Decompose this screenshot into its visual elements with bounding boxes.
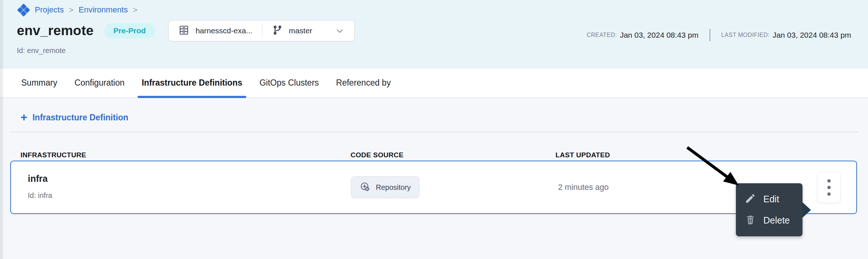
chevron-down-icon[interactable] bbox=[335, 26, 345, 36]
branch-selector[interactable]: master bbox=[262, 20, 354, 41]
context-menu-tail bbox=[802, 202, 811, 218]
plus-icon: + bbox=[20, 111, 27, 123]
tab-label: Infrastructure Definitions bbox=[142, 78, 242, 88]
repository-drawers-icon bbox=[178, 25, 190, 37]
branch-name: master bbox=[289, 26, 312, 35]
row-options-button[interactable] bbox=[817, 172, 841, 203]
menu-item-delete[interactable]: Delete bbox=[736, 213, 802, 229]
page-title: env_remote bbox=[17, 23, 94, 38]
menu-item-label: Delete bbox=[763, 215, 790, 226]
toolbar-row: + Infrastructure Definition bbox=[0, 98, 868, 123]
menu-item-label: Edit bbox=[763, 194, 779, 204]
left-edge-strip bbox=[0, 0, 3, 259]
add-infrastructure-definition-button[interactable]: + Infrastructure Definition bbox=[20, 112, 128, 123]
pencil-icon bbox=[745, 193, 756, 206]
kebab-vertical-icon bbox=[827, 179, 831, 183]
last-updated-cell: 2 minutes ago bbox=[558, 161, 609, 213]
breadcrumb: Projects > Environments > bbox=[17, 0, 868, 15]
table-row[interactable]: infra Id: infra bbox=[10, 161, 857, 214]
created-label: CREATED: bbox=[587, 32, 617, 38]
tab-referenced-by[interactable]: Referenced by bbox=[336, 68, 391, 97]
last-modified-label: LAST MODIFIED: bbox=[721, 32, 770, 38]
last-modified-value: Jan 03, 2024 08:43 pm bbox=[772, 31, 851, 40]
page-header: Projects > Environments > env_remote Pre… bbox=[0, 0, 868, 68]
infrastructure-name-cell: infra Id: infra bbox=[28, 173, 52, 200]
breadcrumb-separator: > bbox=[132, 5, 138, 14]
git-context-selector[interactable]: harnesscd-exa... master bbox=[168, 20, 355, 41]
column-header-infrastructure: INFRASTRUCTURE bbox=[20, 151, 86, 159]
breadcrumb-projects[interactable]: Projects bbox=[35, 5, 64, 15]
trash-icon bbox=[745, 214, 756, 227]
tab-bar: Summary Configuration Infrastructure Def… bbox=[0, 68, 868, 98]
tab-summary[interactable]: Summary bbox=[21, 68, 57, 97]
breadcrumb-environments[interactable]: Environments bbox=[79, 5, 128, 15]
created-value: Jan 03, 2024 08:43 pm bbox=[620, 31, 699, 40]
repository-name: harnesscd-exa... bbox=[195, 26, 252, 35]
infrastructure-id: Id: infra bbox=[28, 191, 52, 200]
repository-selector[interactable]: harnesscd-exa... bbox=[169, 20, 262, 41]
infrastructure-name: infra bbox=[28, 173, 52, 184]
resource-plus-gear-icon bbox=[359, 181, 371, 194]
dates-block: CREATED: Jan 03, 2024 08:43 pm LAST MODI… bbox=[587, 27, 851, 43]
repository-badge: Repository bbox=[351, 176, 419, 198]
harness-project-logo-icon bbox=[17, 3, 30, 17]
breadcrumb-separator: > bbox=[68, 5, 74, 14]
env-id-label: Id: env_remote bbox=[17, 46, 868, 55]
menu-item-edit[interactable]: Edit bbox=[736, 191, 802, 207]
add-button-label: Infrastructure Definition bbox=[33, 113, 128, 123]
dates-divider bbox=[710, 29, 710, 41]
tab-gitops-clusters[interactable]: GitOps Clusters bbox=[259, 68, 319, 97]
column-header-code-source: CODE SOURCE bbox=[351, 151, 404, 159]
git-branch-icon bbox=[272, 25, 283, 37]
tab-configuration[interactable]: Configuration bbox=[74, 68, 124, 97]
code-source-value: Repository bbox=[376, 183, 411, 192]
column-header-last-updated: LAST UPDATED bbox=[555, 151, 610, 159]
env-type-badge: Pre-Prod bbox=[104, 23, 156, 38]
row-context-menu: Edit Delete bbox=[736, 183, 802, 236]
code-source-cell: Repository bbox=[351, 176, 419, 198]
table-header-row: INFRASTRUCTURE CODE SOURCE LAST UPDATED bbox=[0, 132, 868, 161]
tab-infrastructure-definitions[interactable]: Infrastructure Definitions bbox=[142, 68, 242, 97]
